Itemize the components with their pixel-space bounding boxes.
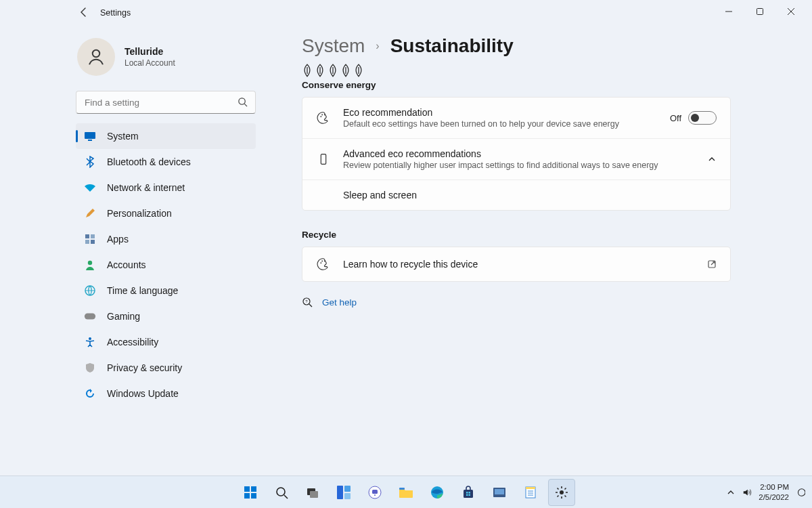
taskbar-app-1[interactable]: [486, 479, 513, 506]
pencil-icon: [84, 207, 96, 219]
advanced-eco-row[interactable]: Advanced eco recommendations Review pote…: [302, 139, 730, 180]
recycle-heading: Recycle: [302, 230, 731, 240]
svg-rect-39: [466, 492, 468, 494]
volume-icon[interactable]: [742, 488, 752, 497]
profile-username: Telluride: [125, 46, 175, 57]
sidebar-item-windows-update[interactable]: Windows Update: [76, 381, 256, 406]
eco-toggle[interactable]: [688, 111, 717, 125]
sidebar-item-apps[interactable]: Apps: [76, 226, 256, 252]
search-icon: [238, 97, 248, 110]
palette-icon: [316, 257, 331, 272]
svg-point-1: [93, 50, 100, 58]
svg-rect-11: [85, 314, 95, 320]
widgets-button[interactable]: [330, 479, 357, 506]
sidebar-item-label: Bluetooth & devices: [107, 156, 191, 167]
svg-point-17: [320, 262, 321, 263]
breadcrumb-parent[interactable]: System: [302, 35, 365, 57]
svg-point-35: [374, 494, 376, 496]
sidebar-item-accessibility[interactable]: Accessibility: [76, 329, 256, 355]
tray-chevron-up-icon[interactable]: [726, 488, 736, 497]
window-minimize-button[interactable]: [713, 0, 744, 23]
get-help-link[interactable]: Get help: [322, 297, 357, 308]
eco-recommendation-row[interactable]: Eco recommendation Default eco settings …: [302, 98, 730, 139]
edge-button[interactable]: [424, 479, 451, 506]
palette-icon: [316, 110, 331, 125]
svg-rect-16: [321, 154, 325, 165]
expand-chevron[interactable]: [707, 154, 717, 164]
sidebar-item-time-language[interactable]: Time & language: [76, 278, 256, 303]
sidebar-item-gaming[interactable]: Gaming: [76, 303, 256, 329]
row-title: Advanced eco recommendations: [343, 148, 695, 159]
store-button[interactable]: [455, 479, 482, 506]
taskbar-search-button[interactable]: [268, 479, 295, 506]
sidebar-item-label: Personalization: [107, 208, 172, 219]
profile-account-type: Local Account: [125, 58, 175, 68]
sidebar-item-system[interactable]: System: [76, 123, 256, 149]
svg-point-14: [321, 114, 323, 116]
svg-point-13: [320, 116, 321, 117]
sidebar-item-label: Gaming: [107, 311, 140, 322]
tray-time: 2:00 PM: [759, 482, 789, 492]
sidebar-item-privacy-security[interactable]: Privacy & security: [76, 355, 256, 381]
leaf-icons-row: [302, 64, 731, 77]
bluetooth-icon: [84, 156, 96, 168]
sidebar-item-accounts[interactable]: Accounts: [76, 252, 256, 278]
grid-icon: [84, 233, 96, 245]
profile-block[interactable]: Telluride Local Account: [76, 37, 258, 88]
row-title: Learn how to recycle this device: [343, 259, 695, 270]
svg-rect-0: [757, 9, 763, 15]
back-button[interactable]: [78, 7, 89, 20]
sleep-screen-row[interactable]: Sleep and screen: [302, 180, 730, 210]
get-help-row[interactable]: ? Get help: [302, 297, 731, 308]
explorer-button[interactable]: [392, 479, 420, 506]
title-bar: Settings: [0, 0, 812, 23]
sidebar: Telluride Local Account SystemBluetooth …: [76, 23, 258, 475]
task-view-button[interactable]: [299, 479, 326, 506]
sidebar-item-network-internet[interactable]: Network & internet: [76, 175, 256, 200]
svg-point-47: [560, 490, 564, 494]
window-maximize-button[interactable]: [744, 0, 775, 23]
person-icon: [84, 259, 96, 271]
tray-date: 2/5/2022: [759, 492, 789, 502]
sidebar-item-label: Apps: [107, 234, 129, 245]
chat-button[interactable]: [361, 479, 388, 506]
svg-rect-30: [337, 486, 343, 499]
svg-rect-6: [91, 234, 95, 238]
sidebar-item-personalization[interactable]: Personalization: [76, 200, 256, 226]
svg-rect-44: [495, 489, 504, 494]
update-icon: [84, 387, 96, 400]
taskbar: 2:00 PM 2/5/2022: [0, 475, 812, 508]
notifications-icon[interactable]: [796, 488, 805, 497]
page-title: Sustainability: [390, 35, 514, 57]
svg-rect-34: [372, 490, 378, 494]
svg-point-9: [88, 261, 92, 265]
globe-icon: [84, 284, 96, 297]
svg-point-15: [324, 114, 325, 116]
tray-clock[interactable]: 2:00 PM 2/5/2022: [759, 482, 789, 502]
avatar: [77, 38, 115, 76]
system-tray[interactable]: 2:00 PM 2/5/2022: [726, 482, 805, 502]
svg-text:?: ?: [305, 299, 308, 303]
svg-rect-4: [88, 140, 92, 141]
settings-taskbar-button[interactable]: [548, 479, 575, 506]
svg-point-18: [321, 261, 323, 262]
svg-point-27: [277, 488, 285, 496]
start-button[interactable]: [237, 479, 264, 506]
accessibility-icon: [84, 336, 96, 348]
search-input[interactable]: [76, 91, 256, 114]
svg-rect-38: [464, 490, 473, 498]
svg-rect-3: [85, 132, 95, 139]
svg-rect-41: [466, 494, 468, 496]
taskbar-app-2[interactable]: [517, 479, 544, 506]
svg-rect-7: [85, 240, 89, 244]
window-close-button[interactable]: [775, 0, 807, 23]
sidebar-item-label: Windows Update: [107, 388, 179, 399]
sidebar-item-bluetooth-devices[interactable]: Bluetooth & devices: [76, 149, 256, 175]
svg-rect-31: [344, 486, 351, 492]
conserve-card-group: Eco recommendation Default eco settings …: [302, 97, 731, 211]
svg-rect-42: [469, 494, 471, 496]
sidebar-nav: SystemBluetooth & devicesNetwork & inter…: [76, 123, 256, 406]
toggle-state-label: Off: [670, 113, 681, 123]
svg-point-19: [324, 261, 325, 262]
recycle-learn-row[interactable]: Learn how to recycle this device: [302, 247, 730, 281]
